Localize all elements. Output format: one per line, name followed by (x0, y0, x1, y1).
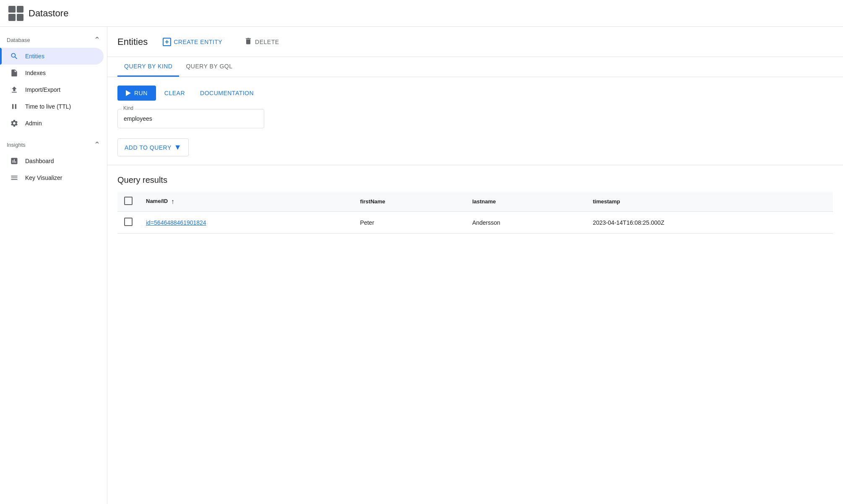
documentation-button[interactable]: DOCUMENTATION (193, 86, 260, 101)
sidebar-item-import-export[interactable]: Import/Export (0, 81, 104, 98)
select-all-header[interactable] (117, 192, 139, 212)
admin-icon (10, 119, 18, 127)
sidebar-item-indexes[interactable]: Indexes (0, 65, 104, 81)
insights-section-header[interactable]: Insights ⌃ (0, 135, 107, 153)
kind-field-wrapper: Kind (117, 109, 264, 128)
tabs-bar: QUERY BY KIND QUERY BY GQL (107, 57, 843, 77)
indexes-icon (10, 69, 18, 77)
sidebar-item-import-export-label: Import/Export (25, 86, 60, 93)
kind-label: Kind (122, 105, 135, 111)
query-toolbar: RUN CLEAR DOCUMENTATION (117, 86, 833, 101)
sidebar-item-ttl[interactable]: Time to live (TTL) (0, 98, 104, 115)
tab-query-by-gql[interactable]: QUERY BY GQL (179, 57, 239, 77)
logo-grid-icon (8, 6, 23, 21)
documentation-label: DOCUMENTATION (200, 90, 254, 96)
sidebar: Database ⌃ Entities Indexes Import/Expor… (0, 27, 107, 504)
sidebar-item-dashboard-label: Dashboard (25, 158, 54, 164)
row-firstname-cell: Peter (354, 212, 466, 234)
top-bar: Datastore (0, 0, 843, 27)
row-timestamp-cell: 2023-04-14T16:08:25.000Z (586, 212, 833, 234)
row-name-id-cell[interactable]: id=5646488461901824 (139, 212, 354, 234)
sidebar-item-dashboard[interactable]: Dashboard (0, 153, 104, 169)
row-select-cell[interactable] (117, 212, 139, 234)
create-entity-label: CREATE ENTITY (174, 39, 222, 45)
delete-button[interactable]: DELETE (237, 34, 286, 50)
sidebar-item-admin[interactable]: Admin (0, 115, 104, 132)
add-to-query-wrapper: ADD TO QUERY ▼ (117, 138, 833, 156)
results-table: Name/ID ↑ firstName lastname timestamp (117, 192, 833, 234)
select-all-checkbox[interactable] (124, 197, 133, 205)
query-results-title: Query results (117, 175, 833, 185)
table-row: id=5646488461901824 Peter Andersson 2023… (117, 212, 833, 234)
run-play-icon (126, 90, 131, 96)
run-label: RUN (134, 90, 148, 96)
sidebar-item-ttl-label: Time to live (TTL) (25, 103, 71, 110)
key-visualizer-icon (10, 174, 18, 182)
sidebar-item-admin-label: Admin (25, 120, 42, 127)
add-to-query-label: ADD TO QUERY (125, 144, 172, 151)
main-layout: Database ⌃ Entities Indexes Import/Expor… (0, 27, 843, 504)
table-header-row: Name/ID ↑ firstName lastname timestamp (117, 192, 833, 212)
ttl-icon (10, 102, 18, 111)
column-lastname: lastname (466, 192, 586, 212)
sidebar-item-key-visualizer[interactable]: Key Visualizer (0, 169, 104, 186)
sidebar-item-entities-label: Entities (25, 53, 44, 60)
page-title: Entities (117, 36, 148, 47)
add-to-query-chevron-icon: ▼ (174, 143, 182, 152)
sort-icon: ↑ (171, 198, 174, 205)
row-lastname-cell: Andersson (466, 212, 586, 234)
insights-chevron-icon[interactable]: ⌃ (94, 140, 100, 149)
database-chevron-icon[interactable]: ⌃ (94, 35, 100, 44)
tab-query-by-kind[interactable]: QUERY BY KIND (117, 57, 179, 77)
content-area: Entities + CREATE ENTITY DELETE QUERY BY… (107, 27, 843, 504)
clear-button[interactable]: CLEAR (158, 86, 192, 101)
insights-section-label: Insights (7, 142, 26, 148)
run-button[interactable]: RUN (117, 86, 156, 101)
column-name-id[interactable]: Name/ID ↑ (139, 192, 354, 212)
import-export-icon (10, 86, 18, 94)
column-timestamp: timestamp (586, 192, 833, 212)
clear-label: CLEAR (164, 90, 185, 96)
database-section-header[interactable]: Database ⌃ (0, 30, 107, 48)
delete-label: DELETE (255, 39, 279, 45)
database-section-label: Database (7, 37, 30, 43)
create-entity-plus-icon: + (163, 38, 171, 46)
column-firstname: firstName (354, 192, 466, 212)
kind-input[interactable] (117, 109, 264, 128)
row-checkbox[interactable] (124, 218, 133, 226)
sidebar-item-indexes-label: Indexes (25, 70, 46, 76)
sidebar-item-key-visualizer-label: Key Visualizer (25, 174, 62, 181)
sidebar-item-entities[interactable]: Entities (0, 48, 104, 65)
dashboard-icon (10, 157, 18, 165)
app-logo: Datastore (8, 6, 68, 21)
add-to-query-button[interactable]: ADD TO QUERY ▼ (117, 138, 189, 156)
app-title: Datastore (29, 8, 68, 19)
create-entity-button[interactable]: + CREATE ENTITY (156, 34, 229, 49)
content-header: Entities + CREATE ENTITY DELETE (107, 27, 843, 57)
search-icon (10, 52, 18, 60)
query-area: RUN CLEAR DOCUMENTATION Kind ADD TO QUER… (107, 77, 843, 165)
query-results: Query results Name/ID ↑ firstName (107, 165, 843, 504)
delete-trash-icon (244, 37, 252, 47)
